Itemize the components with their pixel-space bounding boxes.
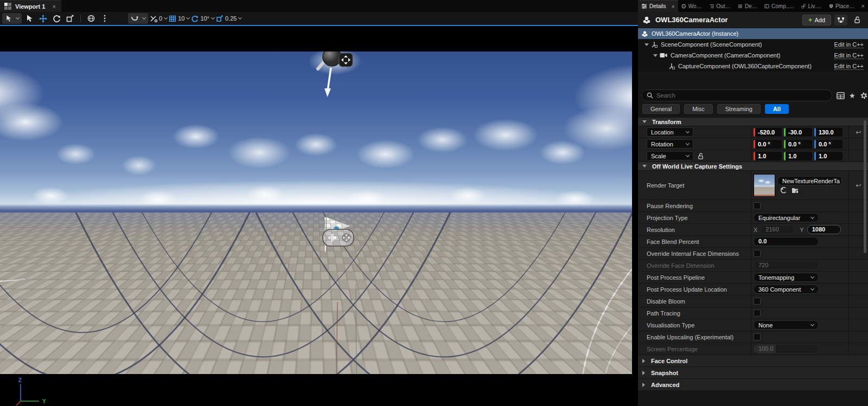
scene-component-icon bbox=[668, 63, 675, 69]
edit-in-cpp-link[interactable]: Edit in C++ bbox=[834, 52, 864, 59]
move-tool-button[interactable] bbox=[37, 13, 49, 24]
details-icon bbox=[641, 3, 647, 9]
reset-to-default-button[interactable]: ↩ bbox=[856, 128, 861, 136]
filter-label: Streaming bbox=[725, 106, 752, 112]
rendered-scene[interactable] bbox=[0, 51, 632, 374]
tab-close-icon[interactable]: × bbox=[672, 3, 675, 10]
rotation-y-field[interactable]: 0.0 ° bbox=[784, 140, 812, 149]
disable-bloom-checkbox[interactable] bbox=[754, 298, 761, 305]
world-coordinate-toggle[interactable] bbox=[85, 13, 97, 24]
tab-world-settings[interactable]: Wo...gs bbox=[678, 0, 706, 12]
scale-x-field[interactable]: 1.0 bbox=[754, 152, 782, 160]
edit-in-cpp-link[interactable]: Edit in C++ bbox=[834, 41, 864, 48]
face-blend-percent-field[interactable]: 0.0 bbox=[754, 237, 819, 246]
select-tool-button[interactable] bbox=[23, 13, 35, 24]
search-input[interactable] bbox=[656, 92, 827, 99]
rotate-tool-button[interactable] bbox=[50, 13, 62, 24]
group-snapshot[interactable]: Snapshot bbox=[638, 367, 868, 379]
transform-options-menu[interactable] bbox=[99, 13, 111, 24]
property-row-render-target: Render Target NewTextureRenderTa ↩ bbox=[638, 171, 868, 200]
filter-misc[interactable]: Misc bbox=[684, 104, 713, 114]
scale-snapping-button[interactable]: 0.25 bbox=[216, 13, 241, 24]
group-advanced[interactable]: Advanced bbox=[638, 379, 868, 391]
filter-streaming[interactable]: Streaming bbox=[717, 104, 761, 114]
projection-type-dropdown[interactable]: Equirectangular bbox=[754, 213, 819, 222]
pause-rendering-checkbox[interactable] bbox=[754, 202, 761, 209]
tab-place-actors[interactable]: Place...tors × bbox=[826, 0, 868, 12]
rotation-x-field[interactable]: 0.0 ° bbox=[754, 140, 782, 149]
resolution-x-field[interactable]: 2160 bbox=[761, 225, 794, 234]
favorites-button[interactable]: ★ bbox=[849, 92, 856, 100]
location-y-field[interactable]: -30.0 bbox=[784, 128, 812, 137]
scale-z-field[interactable]: 1.0 bbox=[814, 152, 843, 160]
use-selected-asset-icon[interactable] bbox=[780, 187, 787, 194]
visualisation-type-dropdown[interactable]: None bbox=[754, 320, 819, 330]
tab-details-2[interactable]: Details bbox=[735, 0, 761, 12]
browse-to-asset-icon[interactable] bbox=[792, 187, 800, 194]
group-face-control[interactable]: Face Control bbox=[638, 355, 868, 367]
viewport-toolbar: 0 10 10° 0.25 OWL360CameraAct bbox=[0, 12, 638, 25]
axis-z-label: Z bbox=[18, 377, 22, 383]
tab-label: Liv...ink bbox=[808, 3, 822, 9]
display-options-button[interactable] bbox=[837, 92, 845, 99]
render-target-dropdown[interactable]: NewTextureRenderTa bbox=[777, 176, 843, 185]
unlock-icon[interactable] bbox=[698, 153, 704, 159]
filter-general[interactable]: General bbox=[642, 104, 680, 114]
resolution-y-label: Y bbox=[800, 227, 803, 233]
details-settings-button[interactable] bbox=[860, 92, 868, 100]
path-tracing-checkbox[interactable] bbox=[754, 310, 761, 317]
search-row: ★ bbox=[638, 89, 868, 102]
expander-icon[interactable] bbox=[644, 43, 649, 46]
render-target-thumbnail[interactable] bbox=[754, 174, 775, 197]
lock-details-button[interactable] bbox=[851, 15, 864, 25]
resolution-y-field[interactable]: 1080 bbox=[807, 225, 841, 234]
section-owl-capture-settings[interactable]: Off World Live Capture Settings bbox=[638, 162, 868, 171]
grid-snapping-button[interactable]: 10 bbox=[169, 13, 189, 24]
actor-snapping-button[interactable]: 0 bbox=[150, 13, 167, 24]
tree-row-scene-component[interactable]: SceneComponent (SceneComponent) Edit in … bbox=[638, 39, 868, 50]
enable-upscaling-checkbox[interactable] bbox=[754, 333, 761, 340]
surface-snapping-dropdown[interactable] bbox=[128, 13, 148, 24]
tab-live-link[interactable]: Liv...ink bbox=[798, 0, 826, 12]
search-box[interactable] bbox=[641, 89, 832, 101]
scale-dropdown[interactable]: Scale bbox=[647, 151, 693, 160]
selection-mode-dropdown[interactable] bbox=[2, 13, 22, 24]
scale-tool-button[interactable] bbox=[64, 13, 76, 24]
rotation-z-field[interactable]: 0.0 ° bbox=[814, 140, 843, 149]
player-start-sprite[interactable] bbox=[323, 217, 354, 253]
sun-gizmo[interactable] bbox=[318, 51, 353, 97]
property-row-resolution: Resolution X 2160 Y 1080 bbox=[638, 224, 868, 236]
post-process-update-location-dropdown[interactable]: 360 Component bbox=[754, 285, 819, 294]
scale-y-field[interactable]: 1.0 bbox=[784, 152, 812, 160]
filter-all[interactable]: All bbox=[765, 104, 789, 114]
tab-close-icon[interactable]: × bbox=[861, 3, 865, 9]
chevron-down-icon bbox=[186, 16, 190, 20]
edit-in-cpp-link[interactable]: Edit in C++ bbox=[834, 63, 864, 70]
property-row-screen-percentage: Screen Percentage 100.0 bbox=[638, 343, 868, 355]
filter-label: General bbox=[650, 106, 672, 112]
tab-details[interactable]: Details × bbox=[638, 0, 678, 12]
tab-compositing[interactable]: Comp...iting bbox=[761, 0, 798, 12]
viewport-tab[interactable]: Viewport 1 × bbox=[0, 0, 61, 12]
viewport-tab-close-icon[interactable]: × bbox=[52, 3, 55, 10]
section-transform[interactable]: Transform bbox=[638, 118, 868, 126]
tree-row-actor-instance[interactable]: OWL360CameraActor (Instance) bbox=[638, 28, 868, 39]
tree-row-capture-component[interactable]: CaptureComponent (OWL360CaptureComponent… bbox=[638, 61, 868, 72]
component-hierarchy-button[interactable] bbox=[834, 15, 847, 25]
tree-row-camera-component[interactable]: CameraComponent (CameraComponent) Edit i… bbox=[638, 50, 868, 61]
viewport-canvas[interactable]: Z Y bbox=[0, 26, 638, 406]
location-z-field[interactable]: 130.0 bbox=[814, 128, 843, 137]
location-dropdown[interactable]: Location bbox=[647, 127, 693, 137]
expander-icon[interactable] bbox=[653, 54, 658, 57]
override-internal-face-dimensions-checkbox[interactable] bbox=[754, 250, 761, 257]
reset-to-default-button[interactable]: ↩ bbox=[856, 182, 861, 189]
panel-scrollbar[interactable] bbox=[864, 120, 866, 253]
location-x-field[interactable]: -520.0 bbox=[754, 128, 782, 137]
rotation-dropdown[interactable]: Rotation bbox=[647, 139, 693, 149]
add-component-button[interactable]: + Add bbox=[802, 15, 831, 25]
chevron-down-icon bbox=[164, 16, 168, 20]
rotation-snapping-button[interactable]: 10° bbox=[191, 13, 214, 24]
display-grid-icon bbox=[837, 92, 845, 99]
tab-outliner[interactable]: Outliner bbox=[706, 0, 735, 12]
post-process-pipeline-dropdown[interactable]: Tonemapping bbox=[754, 273, 819, 282]
